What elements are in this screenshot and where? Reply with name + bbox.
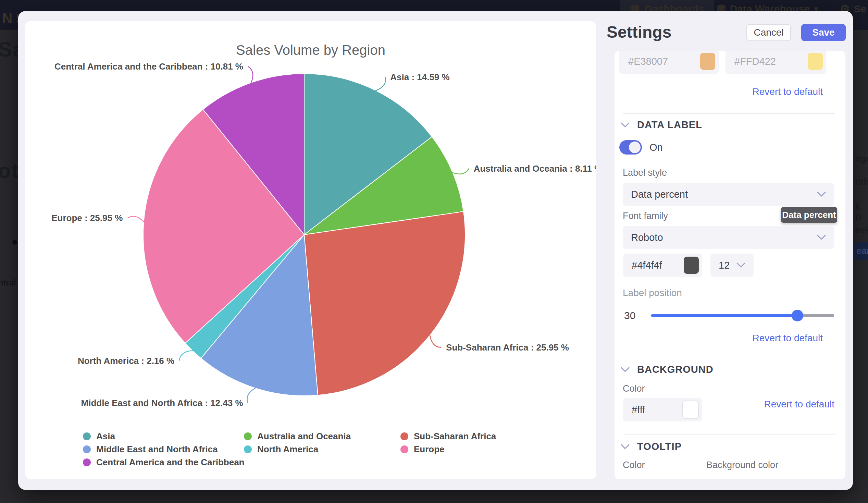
background-color-label: Color bbox=[623, 383, 645, 394]
bg-bullet-dot bbox=[12, 240, 17, 245]
legend-item[interactable]: Asia bbox=[83, 431, 115, 441]
tooltip-bg-color-label: Background color bbox=[706, 460, 778, 471]
bg-text-fragment: k D bbox=[855, 202, 868, 223]
bg-text-fragment: nge bbox=[855, 154, 868, 164]
label-position-label: Label position bbox=[623, 287, 682, 298]
pie-label-leader bbox=[248, 66, 253, 84]
series-color-input-2[interactable]: #FFD422 bbox=[725, 51, 826, 74]
font-color-swatch[interactable] bbox=[684, 257, 699, 274]
chevron-down-icon bbox=[817, 192, 826, 197]
chart-settings-modal: Sales Volume by Region Asia : 14.59 %Aus… bbox=[18, 11, 853, 490]
tooltip-section-header[interactable]: TOOLTIP bbox=[621, 441, 682, 452]
data-label-section-header[interactable]: DATA LABEL bbox=[621, 119, 702, 131]
pie-slice-label: Sub-Saharan Africa : 25.95 % bbox=[446, 342, 569, 352]
legend-item[interactable]: North America bbox=[244, 444, 318, 454]
nav-settings-label: Se bbox=[854, 3, 867, 15]
font-size-select[interactable]: 12 bbox=[711, 254, 754, 277]
chevron-down-icon[interactable] bbox=[621, 444, 630, 450]
section-divider bbox=[623, 113, 835, 114]
legend-label: Australia and Oceania bbox=[257, 431, 351, 442]
bg-text-fragment: eek bbox=[855, 225, 868, 235]
legend-color-dot bbox=[83, 445, 91, 453]
pie-slice-label: Asia : 14.59 % bbox=[390, 72, 450, 82]
pie-slice-label: Australia and Oceania : 8.11 % bbox=[474, 163, 596, 174]
pie-chart[interactable]: Asia : 14.59 %Australia and Oceania : 8.… bbox=[25, 21, 596, 479]
bg-text-fragment: nth bbox=[855, 177, 868, 187]
legend-item[interactable]: Central America and the Caribbean bbox=[83, 457, 245, 468]
pie-slice-label: Central America and the Caribbean : 10.8… bbox=[54, 61, 243, 72]
revert-to-default-link[interactable]: Revert to default bbox=[753, 86, 823, 97]
series-color-value-2: #FFD422 bbox=[725, 56, 776, 67]
pie-label-leader bbox=[179, 350, 193, 361]
bg-search-button-fragment: ear bbox=[854, 242, 868, 260]
legend-color-dot bbox=[401, 432, 408, 440]
select-tooltip: Data percent bbox=[781, 207, 837, 223]
pie-label-leader bbox=[247, 388, 256, 403]
pie-label-leader bbox=[452, 168, 469, 174]
label-style-value: Data percent bbox=[631, 189, 688, 200]
series-color-value-1: #E38007 bbox=[619, 56, 668, 67]
tooltip-section-title: TOOLTIP bbox=[637, 441, 682, 452]
pie-slice[interactable] bbox=[304, 212, 465, 395]
pie-label-leader bbox=[430, 335, 441, 347]
label-style-label: Label style bbox=[623, 167, 667, 178]
pie-label-leader bbox=[127, 216, 144, 222]
font-family-select[interactable]: Roboto bbox=[623, 226, 834, 249]
legend-label: Asia bbox=[96, 431, 115, 442]
legend-color-dot bbox=[83, 432, 91, 440]
chevron-down-icon bbox=[817, 235, 826, 240]
legend-item[interactable]: Middle East and North Africa bbox=[83, 444, 217, 454]
legend-label: Central America and the Caribbean bbox=[96, 457, 245, 468]
pie-slice-label: Europe : 25.95 % bbox=[51, 213, 123, 223]
pie-slice-label: North America : 2.16 % bbox=[78, 356, 174, 366]
bg-text-fragment: ntral bbox=[0, 278, 16, 287]
legend-item[interactable]: Europe bbox=[401, 444, 445, 454]
screen: NSIDER ▦ Dashboards ⛃ Data Warehouse ▾ ⚙… bbox=[0, 0, 868, 503]
legend-label: Europe bbox=[414, 444, 445, 455]
tooltip-color-label: Color bbox=[623, 460, 645, 471]
series-color-input-1[interactable]: #E38007 bbox=[619, 51, 719, 74]
legend-color-dot bbox=[401, 445, 408, 453]
legend-item[interactable]: Australia and Oceania bbox=[244, 431, 351, 441]
label-style-select[interactable]: Data percent bbox=[623, 183, 834, 206]
font-family-label: Font family bbox=[623, 211, 668, 221]
color-swatch-2[interactable] bbox=[808, 53, 823, 70]
background-section-header[interactable]: BACKGROUND bbox=[621, 364, 713, 375]
color-swatch-1[interactable] bbox=[700, 53, 715, 70]
background-color-input[interactable]: #fff bbox=[623, 398, 702, 421]
legend-label: Sub-Saharan Africa bbox=[414, 431, 496, 442]
font-color-value: #4f4f4f bbox=[623, 260, 662, 271]
font-size-value: 12 bbox=[719, 260, 730, 271]
section-divider bbox=[623, 434, 835, 435]
revert-to-default-link[interactable]: Revert to default bbox=[764, 399, 835, 410]
chevron-down-icon[interactable] bbox=[621, 367, 630, 372]
legend-color-dot bbox=[244, 445, 252, 453]
pie-label-leader bbox=[375, 77, 386, 91]
legend-label: North America bbox=[257, 444, 318, 455]
settings-panel-title: Settings bbox=[607, 23, 671, 41]
revert-to-default-link[interactable]: Revert to default bbox=[753, 333, 823, 344]
chart-card: Sales Volume by Region Asia : 14.59 %Aus… bbox=[25, 21, 596, 479]
toggle-state-label: On bbox=[650, 142, 663, 153]
section-divider bbox=[623, 355, 835, 355]
save-button[interactable]: Save bbox=[801, 24, 846, 41]
pie-slice-label: Middle East and North Africa : 12.43 % bbox=[81, 398, 243, 408]
background-color-swatch[interactable] bbox=[682, 401, 699, 419]
toggle-knob bbox=[629, 142, 641, 153]
legend-item[interactable]: Sub-Saharan Africa bbox=[401, 431, 496, 441]
cancel-button[interactable]: Cancel bbox=[746, 24, 791, 41]
chevron-down-icon bbox=[736, 263, 745, 268]
data-label-section-title: DATA LABEL bbox=[637, 119, 702, 131]
settings-card: #E38007 #FFD422 Revert to default DATA L… bbox=[614, 51, 845, 479]
legend-color-dot bbox=[244, 432, 252, 440]
chevron-down-icon[interactable] bbox=[621, 122, 630, 128]
label-position-slider[interactable] bbox=[651, 314, 834, 317]
slider-thumb[interactable] bbox=[792, 310, 803, 321]
legend-color-dot bbox=[83, 459, 91, 466]
slider-fill bbox=[651, 314, 797, 317]
label-position-value: 30 bbox=[624, 310, 636, 321]
legend-label: Middle East and North Africa bbox=[96, 444, 217, 455]
data-label-toggle[interactable] bbox=[619, 140, 642, 155]
background-section-title: BACKGROUND bbox=[637, 364, 713, 375]
font-color-input[interactable]: #4f4f4f bbox=[623, 254, 702, 277]
